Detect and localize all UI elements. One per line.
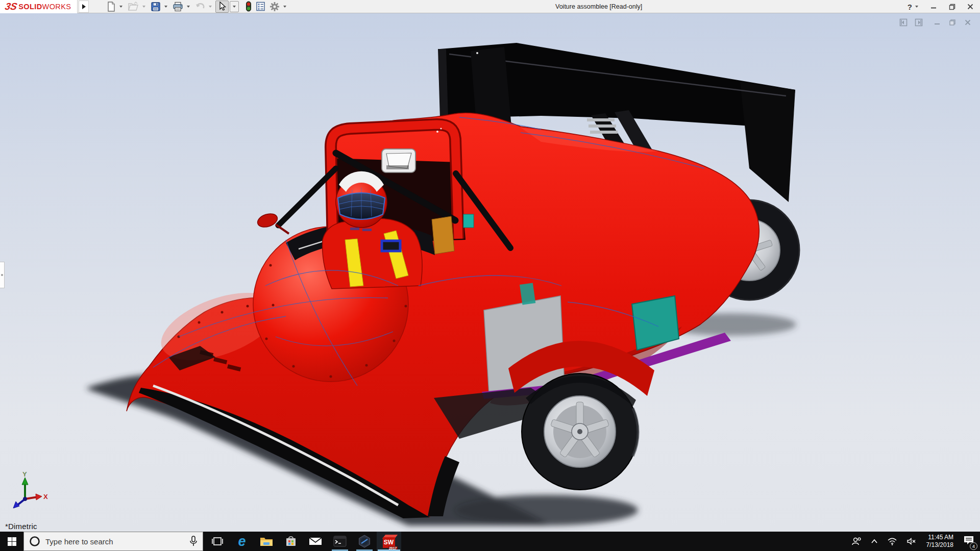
minimize-icon [934, 19, 941, 26]
taskbar-clock[interactable]: 11:45 AM 7/13/2018 [922, 534, 958, 549]
settings-dropdown-caret[interactable] [283, 6, 286, 8]
edge-button[interactable]: e [230, 532, 254, 551]
menu-flyout-button[interactable] [79, 1, 89, 13]
wifi-icon [887, 537, 897, 545]
tray-time: 11:45 AM [928, 534, 953, 541]
taskbar-apps: e [205, 532, 401, 551]
close-icon [967, 4, 973, 10]
command-prompt-icon [333, 536, 347, 547]
window-controls: ? [908, 0, 976, 13]
solidworks-button[interactable]: SW 2017 [377, 532, 401, 551]
open-icon [128, 2, 139, 12]
print-dropdown-caret[interactable] [187, 6, 190, 8]
select-tool-button[interactable] [215, 1, 229, 13]
collapse-right-icon [915, 18, 923, 27]
restore-button[interactable] [946, 1, 958, 12]
undo-button[interactable] [193, 1, 207, 13]
edge-icon: e [238, 535, 246, 548]
doc-close-button[interactable] [963, 17, 973, 28]
edrawings-button[interactable] [352, 532, 377, 551]
tray-date: 7/13/2018 [926, 541, 953, 549]
undo-icon [195, 2, 205, 11]
mail-icon [309, 536, 322, 546]
form-options-icon [256, 2, 265, 11]
search-input[interactable] [45, 537, 184, 546]
print-icon [173, 2, 183, 12]
cockpit-teal-panel [463, 214, 474, 228]
select-cursor-icon [217, 2, 227, 11]
collapse-left-icon [899, 18, 908, 27]
view-orientation-label: *Dimetric [5, 522, 37, 531]
start-icon [8, 537, 16, 546]
solidworks-window: 3S SOLIDWORKS [0, 0, 980, 551]
settings-gear-icon [270, 2, 280, 12]
save-dropdown-caret[interactable] [164, 6, 167, 8]
triad-x-label: X [43, 493, 48, 500]
help-dropdown-caret[interactable] [915, 6, 918, 8]
store-icon [285, 535, 297, 547]
solidworks-logo-text: SOLIDWORKS [18, 3, 71, 11]
volume-button[interactable] [903, 532, 920, 551]
network-button[interactable] [884, 532, 901, 551]
tray-overflow-button[interactable] [867, 532, 881, 551]
task-view-icon [212, 536, 223, 547]
save-icon [151, 2, 161, 12]
microphone-icon[interactable] [189, 536, 198, 547]
new-document-button[interactable] [105, 1, 117, 13]
flyout-arrow-icon [82, 4, 86, 9]
restore-icon [949, 19, 956, 26]
restore-icon [949, 4, 955, 10]
collapse-left-button[interactable] [898, 17, 909, 28]
interference-check-button[interactable] [244, 1, 253, 13]
panel-tab-dot-icon [1, 274, 3, 276]
store-button[interactable] [279, 532, 303, 551]
help-icon[interactable]: ? [908, 3, 912, 11]
minimize-button[interactable] [928, 1, 939, 12]
select-dropdown-button[interactable] [230, 1, 239, 12]
document-window-controls [898, 17, 973, 28]
file-explorer-icon [260, 536, 273, 547]
options-form-button[interactable] [254, 1, 267, 13]
taskbar-search[interactable] [23, 532, 203, 551]
3d-car-model[interactable] [0, 13, 980, 532]
cortana-icon [29, 536, 40, 547]
taskbar: e [0, 532, 980, 551]
solidworks-logo-mark: 3S [4, 1, 18, 12]
feature-panel-tab[interactable] [0, 262, 5, 288]
select-dropdown-caret [233, 6, 236, 8]
doc-restore-button[interactable] [947, 17, 958, 28]
print-button[interactable] [171, 1, 185, 13]
edrawings-icon [358, 535, 371, 548]
action-center-button[interactable]: 4 [960, 532, 978, 551]
open-button[interactable] [126, 1, 140, 13]
undo-dropdown-caret[interactable] [209, 6, 212, 8]
settings-button[interactable] [268, 1, 281, 13]
titlebar: 3S SOLIDWORKS [0, 0, 980, 13]
command-prompt-button[interactable] [328, 532, 352, 551]
task-view-button[interactable] [205, 532, 230, 551]
save-button[interactable] [149, 1, 162, 13]
people-button[interactable] [848, 532, 865, 551]
traffic-light-icon [246, 1, 252, 12]
new-dropdown-caret[interactable] [119, 6, 122, 8]
belt-buckle [382, 241, 400, 251]
quick-access-toolbar [105, 1, 289, 13]
side-mirror [256, 211, 279, 229]
minimize-icon [930, 4, 937, 10]
triad-y-label: Y [22, 470, 27, 478]
open-dropdown-caret[interactable] [142, 6, 145, 8]
notification-badge: 4 [970, 542, 977, 550]
people-icon [851, 537, 862, 546]
system-tray: 11:45 AM 7/13/2018 4 [848, 532, 980, 551]
front-right-wheel [508, 341, 654, 490]
start-button[interactable] [0, 532, 23, 551]
collapse-right-button[interactable] [914, 17, 924, 28]
window-title: Voiture assomblee [Read-only] [555, 0, 642, 13]
solidworks-logo: 3S SOLIDWORKS [0, 0, 78, 13]
close-button[interactable] [965, 1, 976, 12]
file-explorer-button[interactable] [254, 532, 279, 551]
mail-button[interactable] [303, 532, 328, 551]
cockpit-orange-panel [432, 216, 454, 254]
graphics-viewport[interactable]: Y X *Dimetric [0, 13, 980, 532]
doc-minimize-button[interactable] [932, 17, 942, 28]
